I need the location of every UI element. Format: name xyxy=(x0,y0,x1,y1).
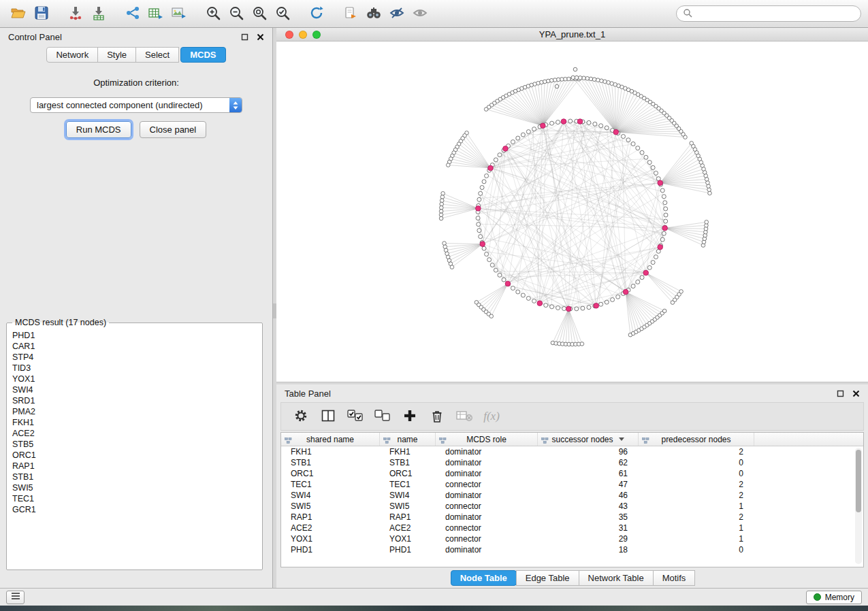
graph-edge xyxy=(465,135,491,168)
mcds-result-node[interactable]: RAP1 xyxy=(12,461,261,472)
column-header-shared-name[interactable]: shared name xyxy=(281,433,380,446)
zoom-fit-button[interactable] xyxy=(248,3,271,24)
column-header-mcds-role[interactable]: MCDS role xyxy=(436,433,538,446)
graph-node xyxy=(571,76,575,80)
mcds-result-node[interactable]: TID3 xyxy=(12,363,261,374)
import-network-button[interactable] xyxy=(121,3,144,24)
delete-column-button[interactable] xyxy=(427,406,447,427)
export-image-button[interactable] xyxy=(167,3,191,24)
tab-style[interactable]: Style xyxy=(97,47,136,63)
mcds-result-node[interactable]: PMA2 xyxy=(12,406,261,417)
mcds-result-node[interactable]: TEC1 xyxy=(12,493,261,504)
network-window-titlebar[interactable]: YPA_prune.txt_1 xyxy=(276,28,868,42)
graph-node xyxy=(587,306,591,310)
mcds-result-node[interactable]: SRD1 xyxy=(12,395,261,406)
zoom-selected-button[interactable] xyxy=(271,3,294,24)
mcds-result-node[interactable]: PHD1 xyxy=(12,330,261,341)
tab-node-table[interactable]: Node Table xyxy=(451,570,517,586)
tab-select[interactable]: Select xyxy=(135,47,179,63)
add-column-button[interactable] xyxy=(400,406,420,427)
table-row[interactable]: ORC1 ORC1 dominator 61 0 xyxy=(281,468,863,479)
refresh-view-button[interactable] xyxy=(305,3,328,24)
open-session-button[interactable] xyxy=(7,3,30,24)
new-network-from-table-button[interactable] xyxy=(144,3,167,24)
clone-network-button[interactable] xyxy=(339,3,362,24)
search-input[interactable] xyxy=(696,9,854,19)
table-scrollbar[interactable] xyxy=(855,448,862,564)
graph-node xyxy=(494,158,498,162)
import-network-file-button[interactable] xyxy=(64,3,87,24)
table-row[interactable]: SWI4 SWI4 dominator 46 2 xyxy=(281,490,863,501)
tab-mcds[interactable]: MCDS xyxy=(180,47,225,63)
zoom-in-button[interactable] xyxy=(202,3,225,24)
mcds-result-node[interactable]: STP4 xyxy=(12,352,261,363)
show-all-button[interactable] xyxy=(408,3,432,24)
table-toolbar: f(x) xyxy=(280,402,864,431)
mcds-result-node[interactable]: YOX1 xyxy=(12,374,261,384)
graph-node xyxy=(477,222,481,227)
column-header-successor-nodes[interactable]: successor nodes xyxy=(538,433,639,446)
mcds-result-node[interactable]: ORC1 xyxy=(12,450,261,461)
delete-table-button[interactable] xyxy=(454,406,475,427)
column-type-icon xyxy=(383,436,391,446)
sort-chevron-icon[interactable] xyxy=(619,437,624,441)
graph-node xyxy=(593,122,597,126)
tab-edge-table[interactable]: Edge Table xyxy=(516,570,579,586)
graph-edge xyxy=(467,133,491,168)
table-row[interactable]: FKH1 FKH1 dominator 96 2 xyxy=(281,446,863,457)
table-row[interactable]: YOX1 YOX1 connector 29 1 xyxy=(281,533,863,544)
function-builder-button[interactable]: f(x) xyxy=(481,406,502,427)
table-row[interactable]: RAP1 RAP1 dominator 35 2 xyxy=(281,512,863,523)
save-session-button[interactable] xyxy=(30,3,53,24)
graph-edge xyxy=(568,309,582,344)
task-history-button[interactable] xyxy=(6,591,25,604)
column-header-name[interactable]: name xyxy=(380,433,436,446)
binoculars-icon xyxy=(366,5,382,22)
deselect-all-button[interactable] xyxy=(372,406,393,427)
tab-network-table[interactable]: Network Table xyxy=(579,570,654,586)
table-settings-button[interactable] xyxy=(291,406,311,427)
mcds-result-node[interactable]: CAR1 xyxy=(12,341,261,352)
graph-edge xyxy=(556,309,569,344)
select-all-button[interactable] xyxy=(345,406,366,427)
show-columns-button[interactable] xyxy=(318,406,338,427)
graph-node xyxy=(631,284,635,288)
table-row[interactable]: PHD1 PHD1 dominator 18 0 xyxy=(281,544,863,555)
mcds-result-node[interactable]: ACE2 xyxy=(12,428,261,439)
mcds-result-node[interactable]: FKH1 xyxy=(12,417,261,428)
mcds-result-node[interactable]: GCR1 xyxy=(12,504,261,515)
table-row[interactable]: STB1 STB1 dominator 62 0 xyxy=(281,457,863,468)
scrollbar-thumb[interactable] xyxy=(856,450,861,512)
tab-network[interactable]: Network xyxy=(46,47,98,63)
network-graph[interactable] xyxy=(276,42,868,381)
float-panel-icon[interactable] xyxy=(241,33,248,41)
hide-selected-button[interactable] xyxy=(385,3,408,24)
mcds-result-node[interactable]: SWI5 xyxy=(12,482,261,493)
graph-node xyxy=(544,303,548,308)
graph-edge xyxy=(507,247,660,282)
find-button[interactable] xyxy=(362,3,385,24)
close-panel-button[interactable]: Close panel xyxy=(140,121,207,138)
graph-node xyxy=(440,195,445,199)
close-table-panel-icon[interactable] xyxy=(852,390,860,397)
memory-button[interactable]: Memory xyxy=(806,591,862,604)
mcds-result-node[interactable]: STB1 xyxy=(12,472,261,482)
table-row[interactable]: ACE2 ACE2 connector 31 1 xyxy=(281,523,863,533)
graph-dominator-node xyxy=(658,244,663,250)
optimization-select[interactable]: largest connected component (undirected) xyxy=(30,97,242,113)
table-row[interactable]: TEC1 TEC1 connector 47 2 xyxy=(281,479,863,490)
graph-node xyxy=(596,78,600,82)
tab-motifs[interactable]: Motifs xyxy=(653,570,696,586)
column-header-predecessor-nodes[interactable]: predecessor nodes xyxy=(639,433,754,446)
table-row[interactable]: SWI5 SWI5 connector 43 1 xyxy=(281,501,863,512)
run-mcds-button[interactable]: Run MCDS xyxy=(66,121,131,138)
close-panel-icon[interactable] xyxy=(257,33,264,41)
graph-node xyxy=(708,191,712,195)
mcds-result-node[interactable]: SWI4 xyxy=(12,384,261,395)
graph-edge xyxy=(446,244,483,250)
import-table-file-button[interactable] xyxy=(87,3,110,24)
float-table-panel-icon[interactable] xyxy=(837,390,844,397)
graph-node xyxy=(532,127,536,131)
mcds-result-node[interactable]: STB5 xyxy=(12,439,261,450)
zoom-out-button[interactable] xyxy=(225,3,248,24)
